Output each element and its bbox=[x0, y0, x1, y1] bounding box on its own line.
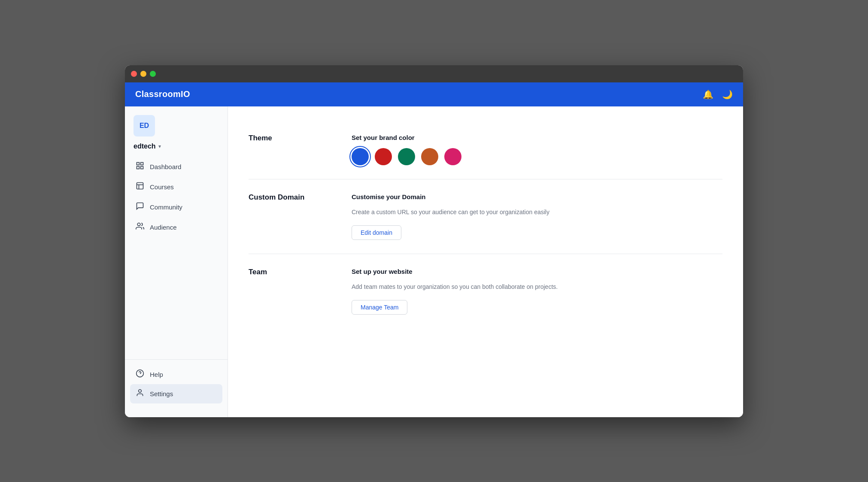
app: ClassroomIO 🔔 🌙 ED edtech ▾ bbox=[125, 82, 743, 417]
notification-icon[interactable]: 🔔 bbox=[703, 89, 713, 100]
maximize-button[interactable] bbox=[150, 71, 156, 77]
svg-rect-3 bbox=[137, 166, 140, 169]
team-section: Team Set up your website Add team mates … bbox=[249, 254, 722, 328]
theme-content: Set your brand color bbox=[352, 134, 722, 165]
team-description: Add team mates to your organization so y… bbox=[352, 282, 722, 291]
org-selector[interactable]: edtech ▾ bbox=[125, 140, 228, 157]
close-button[interactable] bbox=[131, 71, 137, 77]
sidebar-bottom: Help Settings bbox=[125, 359, 228, 409]
header-actions: 🔔 🌙 bbox=[703, 89, 733, 100]
sidebar-item-courses[interactable]: Courses bbox=[130, 177, 222, 197]
custom-domain-title: Customise your Domain bbox=[352, 193, 722, 200]
theme-title: Set your brand color bbox=[352, 134, 722, 141]
app-logo: ClassroomIO bbox=[135, 89, 190, 99]
sidebar-label-courses: Courses bbox=[150, 183, 174, 191]
svg-rect-2 bbox=[141, 166, 143, 169]
color-swatch-green[interactable] bbox=[398, 148, 415, 165]
chevron-down-icon: ▾ bbox=[158, 143, 161, 149]
dashboard-icon bbox=[135, 161, 145, 172]
team-label: Team bbox=[249, 268, 334, 315]
help-icon bbox=[135, 369, 145, 380]
sidebar-item-community[interactable]: Community bbox=[130, 197, 222, 217]
custom-domain-content: Customise your Domain Create a custom UR… bbox=[352, 193, 722, 240]
sidebar-nav: Dashboard Courses bbox=[125, 157, 228, 356]
color-swatch-pink[interactable] bbox=[444, 148, 461, 165]
svg-rect-0 bbox=[137, 162, 140, 165]
sidebar-item-dashboard[interactable]: Dashboard bbox=[130, 157, 222, 176]
sidebar-label-audience: Audience bbox=[150, 224, 177, 231]
svg-rect-4 bbox=[137, 182, 143, 189]
sidebar-label-community: Community bbox=[150, 203, 182, 211]
dark-mode-icon[interactable]: 🌙 bbox=[722, 89, 733, 100]
color-swatch-red[interactable] bbox=[375, 148, 392, 165]
theme-label: Theme bbox=[249, 134, 334, 165]
color-swatches bbox=[352, 148, 722, 165]
sidebar-item-help[interactable]: Help bbox=[130, 365, 222, 384]
titlebar-buttons bbox=[131, 71, 156, 77]
color-swatch-orange[interactable] bbox=[421, 148, 438, 165]
sidebar-label-settings: Settings bbox=[150, 390, 173, 397]
audience-icon bbox=[135, 222, 145, 233]
custom-domain-description: Create a custom URL so your audience can… bbox=[352, 207, 722, 217]
content-area: Theme Set your brand color bbox=[228, 106, 743, 417]
minimize-button[interactable] bbox=[140, 71, 146, 77]
header: ClassroomIO 🔔 🌙 bbox=[125, 82, 743, 106]
custom-domain-label: Custom Domain bbox=[249, 193, 334, 240]
community-icon bbox=[135, 202, 145, 212]
svg-point-10 bbox=[139, 389, 142, 392]
color-swatch-blue[interactable] bbox=[352, 148, 369, 165]
sidebar-label-dashboard: Dashboard bbox=[150, 163, 181, 170]
sidebar-item-audience[interactable]: Audience bbox=[130, 218, 222, 237]
main-layout: ED edtech ▾ bbox=[125, 106, 743, 417]
manage-team-button[interactable]: Manage Team bbox=[352, 300, 407, 315]
sidebar: ED edtech ▾ bbox=[125, 106, 228, 417]
titlebar bbox=[125, 65, 743, 82]
custom-domain-section: Custom Domain Customise your Domain Crea… bbox=[249, 179, 722, 254]
svg-rect-1 bbox=[141, 162, 143, 165]
org-name: edtech bbox=[134, 142, 156, 150]
avatar: ED bbox=[134, 115, 155, 136]
team-title: Set up your website bbox=[352, 268, 722, 275]
theme-section: Theme Set your brand color bbox=[249, 120, 722, 179]
svg-point-7 bbox=[137, 223, 140, 226]
settings-icon bbox=[135, 388, 145, 399]
app-window: ClassroomIO 🔔 🌙 ED edtech ▾ bbox=[125, 65, 743, 417]
courses-icon bbox=[135, 182, 145, 192]
sidebar-label-help: Help bbox=[150, 371, 163, 378]
edit-domain-button[interactable]: Edit domain bbox=[352, 225, 401, 240]
team-content: Set up your website Add team mates to yo… bbox=[352, 268, 722, 315]
sidebar-item-settings[interactable]: Settings bbox=[130, 384, 222, 403]
